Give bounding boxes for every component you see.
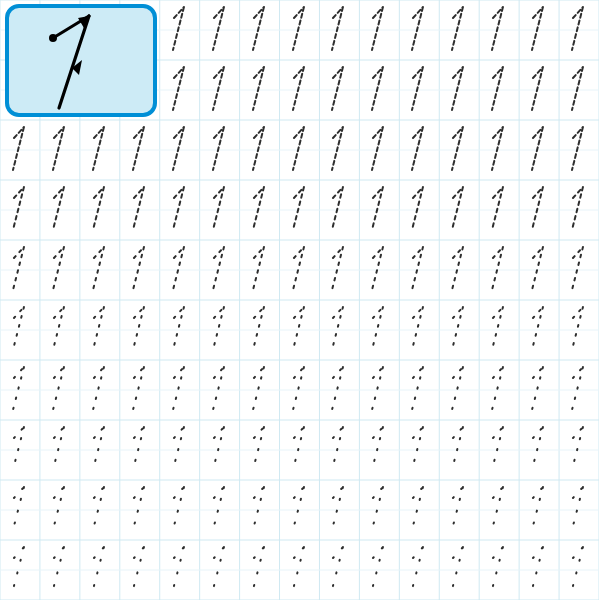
tracing-cell[interactable] [319,420,359,480]
tracing-cell[interactable] [479,480,519,540]
tracing-cell[interactable] [0,120,40,180]
tracing-cell[interactable] [280,480,320,540]
tracing-cell[interactable] [200,120,240,180]
tracing-cell[interactable] [280,60,320,120]
tracing-cell[interactable] [200,240,240,300]
tracing-cell[interactable] [80,180,120,240]
tracing-cell[interactable] [40,300,80,360]
tracing-cell[interactable] [80,480,120,540]
tracing-cell[interactable] [240,60,280,120]
tracing-cell[interactable] [240,360,280,420]
tracing-cell[interactable] [479,420,519,480]
tracing-cell[interactable] [40,540,80,600]
tracing-cell[interactable] [519,300,559,360]
tracing-cell[interactable] [240,120,280,180]
tracing-cell[interactable] [80,360,120,420]
tracing-cell[interactable] [0,180,40,240]
tracing-cell[interactable] [359,360,399,420]
tracing-cell[interactable] [200,300,240,360]
tracing-cell[interactable] [200,420,240,480]
tracing-cell[interactable] [0,420,40,480]
tracing-cell[interactable] [519,420,559,480]
tracing-cell[interactable] [160,60,200,120]
tracing-cell[interactable] [519,0,559,60]
tracing-cell[interactable] [319,0,359,60]
tracing-cell[interactable] [40,420,80,480]
tracing-cell[interactable] [399,360,439,420]
tracing-cell[interactable] [240,300,280,360]
tracing-cell[interactable] [479,360,519,420]
tracing-cell[interactable] [240,240,280,300]
tracing-cell[interactable] [240,0,280,60]
tracing-cell[interactable] [559,0,599,60]
tracing-cell[interactable] [439,420,479,480]
tracing-cell[interactable] [439,180,479,240]
tracing-cell[interactable] [40,480,80,540]
tracing-cell[interactable] [120,180,160,240]
tracing-cell[interactable] [559,420,599,480]
tracing-cell[interactable] [40,240,80,300]
tracing-cell[interactable] [399,300,439,360]
tracing-cell[interactable] [200,0,240,60]
tracing-cell[interactable] [319,540,359,600]
tracing-cell[interactable] [160,120,200,180]
tracing-cell[interactable] [240,180,280,240]
tracing-cell[interactable] [40,120,80,180]
tracing-cell[interactable] [319,480,359,540]
tracing-cell[interactable] [240,540,280,600]
tracing-cell[interactable] [200,360,240,420]
tracing-cell[interactable] [439,300,479,360]
tracing-cell[interactable] [439,60,479,120]
tracing-cell[interactable] [80,420,120,480]
tracing-cell[interactable] [479,300,519,360]
tracing-cell[interactable] [439,240,479,300]
tracing-cell[interactable] [559,360,599,420]
tracing-cell[interactable] [559,240,599,300]
tracing-cell[interactable] [40,180,80,240]
tracing-cell[interactable] [399,0,439,60]
tracing-cell[interactable] [200,60,240,120]
tracing-cell[interactable] [359,300,399,360]
tracing-cell[interactable] [479,0,519,60]
tracing-cell[interactable] [319,120,359,180]
tracing-cell[interactable] [439,120,479,180]
tracing-cell[interactable] [280,360,320,420]
tracing-cell[interactable] [319,240,359,300]
tracing-cell[interactable] [280,240,320,300]
tracing-cell[interactable] [319,180,359,240]
tracing-cell[interactable] [479,240,519,300]
tracing-cell[interactable] [160,420,200,480]
tracing-cell[interactable] [200,540,240,600]
tracing-cell[interactable] [439,480,479,540]
tracing-cell[interactable] [399,480,439,540]
tracing-cell[interactable] [519,360,559,420]
tracing-cell[interactable] [80,540,120,600]
tracing-cell[interactable] [280,540,320,600]
tracing-cell[interactable] [160,300,200,360]
tracing-cell[interactable] [280,0,320,60]
tracing-cell[interactable] [519,240,559,300]
tracing-cell[interactable] [479,540,519,600]
tracing-cell[interactable] [319,60,359,120]
tracing-cell[interactable] [80,120,120,180]
tracing-cell[interactable] [399,240,439,300]
tracing-cell[interactable] [399,540,439,600]
tracing-cell[interactable] [519,480,559,540]
tracing-cell[interactable] [519,120,559,180]
tracing-cell[interactable] [399,60,439,120]
tracing-cell[interactable] [0,360,40,420]
tracing-cell[interactable] [0,540,40,600]
tracing-cell[interactable] [319,360,359,420]
tracing-cell[interactable] [359,420,399,480]
tracing-cell[interactable] [200,180,240,240]
tracing-cell[interactable] [280,420,320,480]
tracing-cell[interactable] [160,360,200,420]
tracing-cell[interactable] [40,360,80,420]
tracing-cell[interactable] [160,240,200,300]
tracing-cell[interactable] [280,120,320,180]
tracing-cell[interactable] [399,180,439,240]
tracing-cell[interactable] [359,540,399,600]
tracing-cell[interactable] [439,0,479,60]
tracing-cell[interactable] [359,60,399,120]
tracing-cell[interactable] [519,60,559,120]
